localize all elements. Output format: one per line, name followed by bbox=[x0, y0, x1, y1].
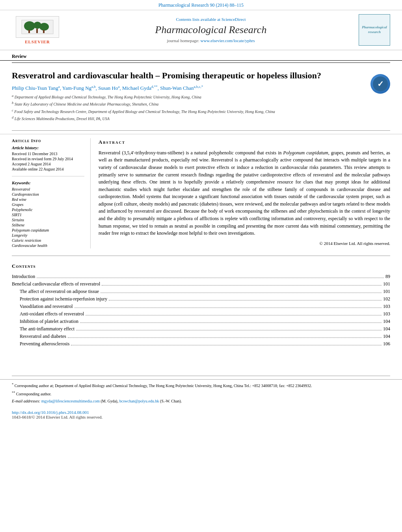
header-divider bbox=[12, 62, 390, 63]
toc-antiinflammatory: The anti-inflammatory effect 104 bbox=[12, 326, 390, 332]
toc-adipose: The affect of resveratrol on adipose tis… bbox=[12, 288, 390, 295]
journal-homepage-link[interactable]: www.elsevier.com/locate/yphrs bbox=[200, 38, 255, 43]
keyword-caloric-restriction: Caloric restriction bbox=[12, 238, 84, 243]
svg-text:✓: ✓ bbox=[377, 80, 384, 88]
elsevier-tree-icon bbox=[20, 18, 55, 36]
affiliation-c: c Food Safety and Technology Research Ce… bbox=[12, 108, 363, 115]
affiliation-a: a Department of Applied Biology and Chem… bbox=[12, 94, 363, 100]
keyword-cardiovascular-health: Cardiovascular health bbox=[12, 243, 84, 248]
main-content: Article Info Article history: Received 1… bbox=[0, 134, 402, 252]
elsevier-logo-image bbox=[16, 16, 59, 38]
article-header-content: Resveratrol and cardiovascular health – … bbox=[12, 70, 363, 123]
history-label: Article history: bbox=[12, 145, 84, 150]
toc-antioxidant: Anti-oxidant effects of resveratrol 103 bbox=[12, 311, 390, 317]
keyword-resveratrol: Resveratrol bbox=[12, 187, 84, 191]
accepted-date: Accepted 2 August 2014 bbox=[12, 162, 84, 166]
abstract-body: Resveratrol (3,5,4′-trihydroxy-trans-sti… bbox=[99, 149, 390, 237]
journal-homepage-label: journal homepage: www.elsevier.com/locat… bbox=[71, 38, 351, 43]
svg-rect-5 bbox=[36, 29, 38, 33]
abstract-title: Abstract bbox=[99, 138, 390, 146]
svg-rect-6 bbox=[43, 30, 45, 33]
toc-diabetes: Resveratrol and diabetes 104 bbox=[12, 333, 390, 339]
journal-citation: Pharmacological Research 90 (2014) 88–11… bbox=[0, 0, 402, 10]
elsevier-logo: ELSEVIER bbox=[12, 16, 63, 44]
keyword-cardioprotection: Cardioprotection bbox=[12, 192, 84, 196]
keyword-polyphenolic: Polyphenolic bbox=[12, 208, 84, 212]
keyword-longevity: Longevity bbox=[12, 233, 84, 237]
footnote-emails: E-mail addresses: mgyda@lifesciencesmult… bbox=[12, 398, 390, 404]
keyword-grapes: Grapes bbox=[12, 202, 84, 207]
available-online-date: Available online 22 August 2014 bbox=[12, 167, 84, 171]
svg-point-3 bbox=[39, 23, 49, 31]
toc-ischemia: Protection against ischemia-reperfusion … bbox=[12, 296, 390, 302]
keyword-red-wine: Red wine bbox=[12, 197, 84, 202]
toc-vasodilation: Vasodilation and resveratrol 103 bbox=[12, 303, 390, 310]
toc-introduction: Introduction 89 bbox=[12, 273, 390, 280]
table-of-contents: Contents Introduction 89 Beneficial card… bbox=[0, 259, 402, 352]
svg-point-1 bbox=[24, 21, 35, 31]
citation-text: Pharmacological Research 90 (2014) 88–11… bbox=[158, 2, 244, 8]
science-direct-link[interactable]: ScienceDirect bbox=[221, 17, 246, 22]
crossmark-logo[interactable]: ✓ bbox=[370, 74, 390, 94]
affiliation-b: b State Key Laboratory of Chinese Medici… bbox=[12, 101, 363, 107]
article-info-panel: Article Info Article history: Received 1… bbox=[12, 138, 91, 248]
received-date: Received 11 December 2013 bbox=[12, 152, 84, 156]
email-gyda[interactable]: mgyda@lifesciencesmultimedia.com bbox=[41, 399, 100, 403]
abstract-section: Abstract Resveratrol (3,5,4′-trihydroxy-… bbox=[99, 138, 390, 248]
keyword-sirtuins: Sirtuins bbox=[12, 218, 84, 222]
toc-atherosclerosis: Preventing atherosclerosis 106 bbox=[12, 341, 390, 347]
affiliation-d: d Life Sciences Multimedia Productions, … bbox=[12, 115, 363, 122]
received-revised-date: Received in revised form 29 July 2014 bbox=[12, 157, 84, 161]
keyword-polygonum: Polygonum cuspidatum bbox=[12, 228, 84, 232]
science-direct-label: Contents lists available at ScienceDirec… bbox=[71, 17, 351, 22]
journal-title-area: Contents lists available at ScienceDirec… bbox=[63, 17, 359, 43]
footnotes-divider bbox=[12, 376, 390, 376]
article-type-label: Review bbox=[0, 50, 402, 61]
svg-rect-4 bbox=[28, 30, 30, 33]
article-info-title: Article Info bbox=[12, 138, 84, 143]
email-chan[interactable]: bcswchan@polyu.edu.hk bbox=[119, 399, 159, 403]
doi-section: http://dx.doi.org/10.1016/j.phrs.2014.08… bbox=[0, 408, 402, 422]
elsevier-brand: ELSEVIER bbox=[25, 39, 50, 44]
footnote-star: * Corresponding author at; Department of… bbox=[12, 382, 390, 389]
crossmark-icon: ✓ bbox=[372, 76, 388, 92]
copyright-notice: © 2014 Elsevier Ltd. All rights reserved… bbox=[99, 240, 390, 247]
footnotes: * Corresponding author at; Department of… bbox=[0, 379, 402, 408]
keyword-stilbene: Stilbene bbox=[12, 223, 84, 227]
toc-platelet: Inhibition of platelet activation 104 bbox=[12, 318, 390, 324]
doi-link[interactable]: http://dx.doi.org/10.1016/j.phrs.2014.08… bbox=[12, 410, 89, 415]
article-history: Article history: Received 11 December 20… bbox=[12, 145, 84, 171]
header-content-divider bbox=[12, 130, 390, 131]
affiliations: a Department of Applied Biology and Chem… bbox=[12, 94, 363, 122]
doi-link-row: http://dx.doi.org/10.1016/j.phrs.2014.08… bbox=[12, 410, 390, 415]
content-divider bbox=[12, 256, 390, 256]
toc-beneficial: Beneficial cardiovascular effects of res… bbox=[12, 281, 390, 287]
info-divider-1 bbox=[12, 176, 84, 176]
article-title: Resveratrol and cardiovascular health – … bbox=[12, 70, 363, 82]
authors-list: Philip Chiu-Tsun Tanga, Yam-Fung Nga,b, … bbox=[12, 85, 363, 91]
keywords-label: Keywords: bbox=[12, 180, 84, 185]
keywords-section: Keywords: Resveratrol Cardioprotection R… bbox=[12, 180, 84, 248]
contents-heading: Contents bbox=[12, 263, 390, 269]
footnote-star-star: ** Corresponding author. bbox=[12, 390, 390, 397]
keyword-sirt1: SIRT1 bbox=[12, 213, 84, 217]
article-header: Resveratrol and cardiovascular health – … bbox=[0, 66, 402, 127]
journal-name: Pharmacological Research bbox=[71, 24, 351, 36]
journal-header: ELSEVIER Contents lists available at Sci… bbox=[0, 10, 402, 50]
journal-logo-right: Pharmacological research bbox=[359, 14, 390, 46]
issn-text: 1043-6618/© 2014 Elsevier Ltd. All right… bbox=[12, 415, 390, 419]
